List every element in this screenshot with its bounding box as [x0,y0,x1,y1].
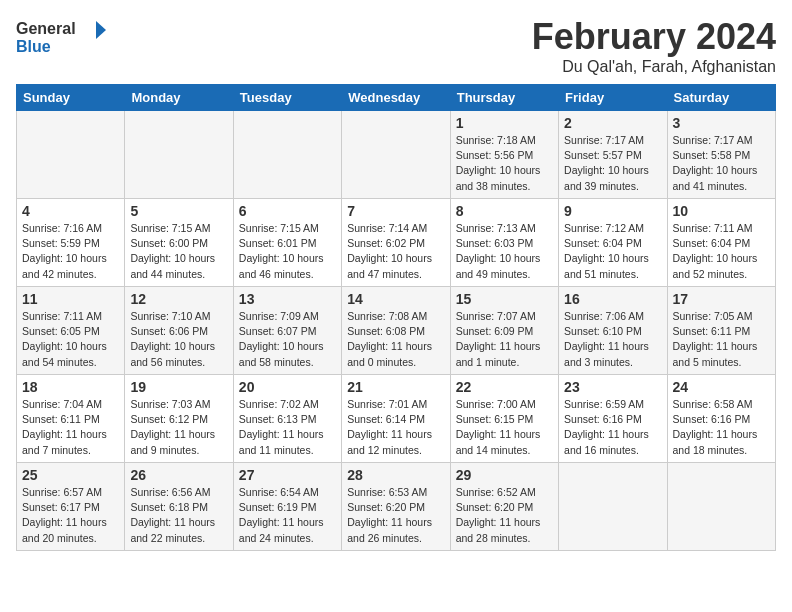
calendar-cell: 8Sunrise: 7:13 AMSunset: 6:03 PMDaylight… [450,199,558,287]
calendar-cell: 27Sunrise: 6:54 AMSunset: 6:19 PMDayligh… [233,463,341,551]
calendar-cell: 28Sunrise: 6:53 AMSunset: 6:20 PMDayligh… [342,463,450,551]
day-number: 6 [239,203,336,219]
calendar-cell: 19Sunrise: 7:03 AMSunset: 6:12 PMDayligh… [125,375,233,463]
day-info: Sunrise: 6:53 AMSunset: 6:20 PMDaylight:… [347,485,444,546]
calendar-cell: 29Sunrise: 6:52 AMSunset: 6:20 PMDayligh… [450,463,558,551]
calendar-cell: 24Sunrise: 6:58 AMSunset: 6:16 PMDayligh… [667,375,775,463]
calendar-cell: 13Sunrise: 7:09 AMSunset: 6:07 PMDayligh… [233,287,341,375]
day-info: Sunrise: 7:05 AMSunset: 6:11 PMDaylight:… [673,309,770,370]
calendar-cell: 14Sunrise: 7:08 AMSunset: 6:08 PMDayligh… [342,287,450,375]
calendar-cell [559,463,667,551]
calendar-cell [667,463,775,551]
week-row-1: 1Sunrise: 7:18 AMSunset: 5:56 PMDaylight… [17,111,776,199]
svg-marker-2 [96,21,106,39]
day-info: Sunrise: 6:56 AMSunset: 6:18 PMDaylight:… [130,485,227,546]
day-header-wednesday: Wednesday [342,85,450,111]
day-info: Sunrise: 6:52 AMSunset: 6:20 PMDaylight:… [456,485,553,546]
day-number: 13 [239,291,336,307]
day-number: 8 [456,203,553,219]
calendar-cell: 17Sunrise: 7:05 AMSunset: 6:11 PMDayligh… [667,287,775,375]
day-number: 29 [456,467,553,483]
calendar-cell [342,111,450,199]
week-row-5: 25Sunrise: 6:57 AMSunset: 6:17 PMDayligh… [17,463,776,551]
title-area: February 2024 Du Qal'ah, Farah, Afghanis… [532,16,776,76]
subtitle: Du Qal'ah, Farah, Afghanistan [532,58,776,76]
day-info: Sunrise: 7:06 AMSunset: 6:10 PMDaylight:… [564,309,661,370]
day-info: Sunrise: 7:03 AMSunset: 6:12 PMDaylight:… [130,397,227,458]
day-info: Sunrise: 6:57 AMSunset: 6:17 PMDaylight:… [22,485,119,546]
day-number: 15 [456,291,553,307]
day-info: Sunrise: 7:17 AMSunset: 5:58 PMDaylight:… [673,133,770,194]
day-number: 24 [673,379,770,395]
day-number: 2 [564,115,661,131]
day-header-thursday: Thursday [450,85,558,111]
day-number: 27 [239,467,336,483]
calendar-cell [233,111,341,199]
day-number: 11 [22,291,119,307]
calendar-cell: 6Sunrise: 7:15 AMSunset: 6:01 PMDaylight… [233,199,341,287]
day-number: 12 [130,291,227,307]
calendar-cell: 9Sunrise: 7:12 AMSunset: 6:04 PMDaylight… [559,199,667,287]
day-number: 26 [130,467,227,483]
day-info: Sunrise: 6:54 AMSunset: 6:19 PMDaylight:… [239,485,336,546]
day-header-monday: Monday [125,85,233,111]
week-row-2: 4Sunrise: 7:16 AMSunset: 5:59 PMDaylight… [17,199,776,287]
calendar-cell: 21Sunrise: 7:01 AMSunset: 6:14 PMDayligh… [342,375,450,463]
calendar-cell: 23Sunrise: 6:59 AMSunset: 6:16 PMDayligh… [559,375,667,463]
day-number: 16 [564,291,661,307]
week-row-3: 11Sunrise: 7:11 AMSunset: 6:05 PMDayligh… [17,287,776,375]
day-number: 17 [673,291,770,307]
day-info: Sunrise: 7:07 AMSunset: 6:09 PMDaylight:… [456,309,553,370]
logo: General Blue [16,16,106,56]
header: General Blue February 2024 Du Qal'ah, Fa… [16,16,776,76]
day-number: 19 [130,379,227,395]
day-number: 14 [347,291,444,307]
day-header-sunday: Sunday [17,85,125,111]
calendar-cell: 25Sunrise: 6:57 AMSunset: 6:17 PMDayligh… [17,463,125,551]
week-row-4: 18Sunrise: 7:04 AMSunset: 6:11 PMDayligh… [17,375,776,463]
day-header-friday: Friday [559,85,667,111]
calendar-body: 1Sunrise: 7:18 AMSunset: 5:56 PMDaylight… [17,111,776,551]
calendar-cell: 18Sunrise: 7:04 AMSunset: 6:11 PMDayligh… [17,375,125,463]
calendar-cell: 12Sunrise: 7:10 AMSunset: 6:06 PMDayligh… [125,287,233,375]
logo-svg: General Blue [16,16,106,56]
day-info: Sunrise: 7:15 AMSunset: 6:01 PMDaylight:… [239,221,336,282]
day-number: 23 [564,379,661,395]
day-header-saturday: Saturday [667,85,775,111]
day-info: Sunrise: 7:13 AMSunset: 6:03 PMDaylight:… [456,221,553,282]
day-info: Sunrise: 7:11 AMSunset: 6:05 PMDaylight:… [22,309,119,370]
day-info: Sunrise: 7:02 AMSunset: 6:13 PMDaylight:… [239,397,336,458]
day-number: 18 [22,379,119,395]
calendar-cell: 16Sunrise: 7:06 AMSunset: 6:10 PMDayligh… [559,287,667,375]
calendar-cell: 3Sunrise: 7:17 AMSunset: 5:58 PMDaylight… [667,111,775,199]
day-info: Sunrise: 7:12 AMSunset: 6:04 PMDaylight:… [564,221,661,282]
day-info: Sunrise: 6:59 AMSunset: 6:16 PMDaylight:… [564,397,661,458]
day-number: 1 [456,115,553,131]
calendar-header-row: SundayMondayTuesdayWednesdayThursdayFrid… [17,85,776,111]
calendar-cell: 26Sunrise: 6:56 AMSunset: 6:18 PMDayligh… [125,463,233,551]
day-info: Sunrise: 7:15 AMSunset: 6:00 PMDaylight:… [130,221,227,282]
day-info: Sunrise: 7:11 AMSunset: 6:04 PMDaylight:… [673,221,770,282]
day-info: Sunrise: 7:09 AMSunset: 6:07 PMDaylight:… [239,309,336,370]
calendar-cell: 20Sunrise: 7:02 AMSunset: 6:13 PMDayligh… [233,375,341,463]
day-number: 7 [347,203,444,219]
calendar-table: SundayMondayTuesdayWednesdayThursdayFrid… [16,84,776,551]
calendar-cell: 7Sunrise: 7:14 AMSunset: 6:02 PMDaylight… [342,199,450,287]
day-number: 3 [673,115,770,131]
day-info: Sunrise: 7:00 AMSunset: 6:15 PMDaylight:… [456,397,553,458]
day-number: 10 [673,203,770,219]
day-number: 25 [22,467,119,483]
calendar-cell: 1Sunrise: 7:18 AMSunset: 5:56 PMDaylight… [450,111,558,199]
day-number: 20 [239,379,336,395]
day-info: Sunrise: 6:58 AMSunset: 6:16 PMDaylight:… [673,397,770,458]
day-info: Sunrise: 7:16 AMSunset: 5:59 PMDaylight:… [22,221,119,282]
calendar-cell [17,111,125,199]
day-number: 21 [347,379,444,395]
calendar-cell: 22Sunrise: 7:00 AMSunset: 6:15 PMDayligh… [450,375,558,463]
calendar-cell: 11Sunrise: 7:11 AMSunset: 6:05 PMDayligh… [17,287,125,375]
calendar-cell: 5Sunrise: 7:15 AMSunset: 6:00 PMDaylight… [125,199,233,287]
day-header-tuesday: Tuesday [233,85,341,111]
day-info: Sunrise: 7:18 AMSunset: 5:56 PMDaylight:… [456,133,553,194]
day-number: 5 [130,203,227,219]
day-number: 9 [564,203,661,219]
